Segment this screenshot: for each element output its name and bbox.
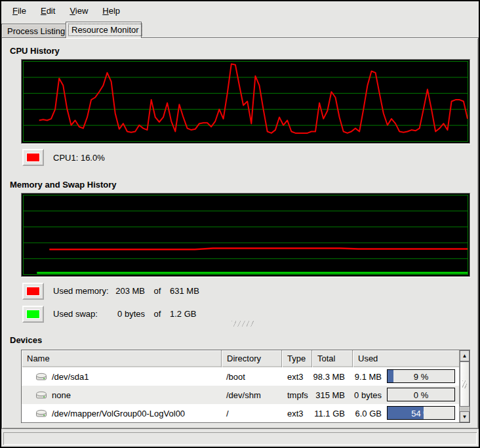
tab-process-listing[interactable]: Process Listing (1, 24, 66, 38)
menu-file[interactable]: File (5, 3, 33, 19)
device-total: 98.3 MB (312, 372, 353, 382)
device-name: /dev/mapper/VolGroup00-LogVol00 (52, 409, 185, 418)
device-type: ext3 (282, 409, 312, 418)
device-type: ext3 (282, 372, 312, 382)
used-swap-of: of (145, 309, 170, 319)
scroll-down-arrow-icon[interactable]: ▼ (460, 411, 470, 422)
column-header-directory[interactable]: Directory (222, 350, 282, 367)
resource-monitor-page: CPU History CPU1: 16.0% Memory and Swap … (1, 37, 479, 429)
used-progressbar: 0 % 0 % (387, 388, 455, 401)
pane-resize-grip[interactable] (231, 321, 255, 327)
used-percent-label: 0 % (388, 390, 454, 400)
menu-view[interactable]: View (62, 3, 95, 19)
cpu1-legend-label: CPU1: 16.0% (53, 153, 105, 163)
device-directory: /dev/shm (222, 390, 282, 400)
system-monitor-window: File Edit View Help Process Listing Reso… (0, 0, 480, 448)
devices-title: Devices (10, 335, 42, 345)
used-progressbar: 54 % 54 % (387, 406, 455, 420)
devices-table-header: Name Directory Type Total Used (22, 350, 470, 367)
cpu-history-title: CPU History (10, 46, 60, 56)
scrollbar-thumb[interactable] (460, 361, 470, 407)
used-progressbar: 9 % 9 % (387, 369, 455, 383)
tab-resource-monitor-label: Resource Monitor (69, 24, 142, 35)
memory-swap-history-title: Memory and Swap History (10, 180, 117, 190)
used-memory-color-sample (26, 287, 40, 296)
memory-swap-history-graph (21, 193, 470, 277)
device-type: tmpfs (282, 390, 312, 400)
cpu-history-plot (22, 60, 470, 143)
table-row[interactable]: none /dev/shm tmpfs 315 MB 0 bytes 0 % 0… (22, 386, 470, 404)
column-header-name[interactable]: Name (22, 350, 222, 367)
cpu1-color-sample (26, 153, 40, 162)
column-header-used[interactable]: Used (353, 350, 470, 367)
used-memory-legend: Used memory: 203 MB of 631 MB (53, 286, 199, 296)
device-total: 315 MB (312, 390, 353, 400)
used-memory-label: Used memory: (53, 286, 113, 296)
device-total: 11.1 GB (312, 409, 353, 418)
used-swap-value: 0 bytes (113, 309, 145, 319)
used-progress-fill: 9 % (388, 370, 393, 382)
menu-bar: File Edit View Help (1, 1, 479, 20)
column-header-type[interactable]: Type (282, 350, 312, 367)
device-name: none (52, 390, 71, 400)
used-memory-color-swatch-button[interactable] (22, 283, 44, 300)
device-directory: /boot (222, 372, 282, 382)
table-row[interactable]: /dev/sda1 /boot ext3 98.3 MB 9.1 MB 9 % … (22, 367, 470, 386)
used-memory-of: of (145, 286, 170, 296)
device-directory: / (222, 409, 282, 418)
used-percent-label: 9 % (388, 372, 454, 382)
used-swap-color-sample (26, 310, 40, 319)
used-swap-label: Used swap: (53, 309, 113, 319)
device-name: /dev/sda1 (52, 372, 89, 382)
tab-process-listing-label: Process Listing (7, 26, 65, 36)
cpu-history-graph (21, 59, 470, 144)
device-used: 0 bytes (353, 390, 382, 400)
used-memory-total: 631 MB (170, 286, 199, 296)
scroll-up-arrow-icon[interactable]: ▲ (460, 350, 470, 361)
device-used: 9.1 MB (353, 372, 382, 382)
column-header-total[interactable]: Total (312, 350, 353, 367)
used-swap-color-swatch-button[interactable] (22, 306, 44, 323)
vertical-scrollbar[interactable]: ▲ ▼ (459, 350, 470, 422)
hard-disk-icon (35, 409, 47, 418)
tab-resource-monitor[interactable]: Resource Monitor (66, 22, 142, 38)
hard-disk-icon (35, 390, 47, 400)
status-bar (3, 432, 477, 445)
cpu1-color-swatch-button[interactable] (22, 149, 44, 166)
devices-table: Name Directory Type Total Used /dev/sda1… (21, 350, 470, 423)
used-swap-total: 1.2 GB (170, 309, 196, 319)
menu-edit[interactable]: Edit (33, 3, 62, 19)
hard-disk-icon (35, 372, 47, 382)
table-row[interactable]: /dev/mapper/VolGroup00-LogVol00 / ext3 1… (22, 404, 470, 422)
device-used: 6.0 GB (353, 409, 382, 418)
used-progress-fill: 54 % (388, 407, 424, 419)
menu-help[interactable]: Help (95, 3, 127, 19)
memory-swap-plot (22, 193, 470, 276)
used-memory-value: 203 MB (113, 286, 145, 296)
used-swap-legend: Used swap: 0 bytes of 1.2 GB (53, 309, 196, 319)
